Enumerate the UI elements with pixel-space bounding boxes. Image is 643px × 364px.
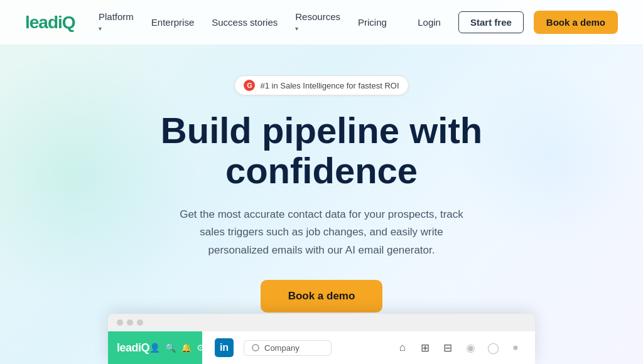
- nav-right: Login Start free Book a demo: [410, 11, 618, 34]
- input-circle-icon: [252, 344, 259, 351]
- company-input-placeholder: Company: [264, 343, 300, 353]
- search-icon: 🔍: [165, 343, 176, 353]
- nav-book-demo-button[interactable]: Book a demo: [534, 11, 618, 34]
- hero-subtitle: Get the most accurate contact data for y…: [177, 206, 466, 260]
- bell-icon: 🔔: [181, 343, 192, 353]
- browser-dot-2: [127, 319, 133, 326]
- navbar: leadiQ Platform Enterprise Success stori…: [0, 0, 643, 45]
- browser-nav-icons: [396, 341, 522, 355]
- hero-badge: G #1 in Sales Intelligence for fastest R…: [234, 75, 408, 95]
- bag-nav-icon[interactable]: [441, 341, 455, 355]
- grid-nav-icon[interactable]: [418, 341, 432, 355]
- home-nav-icon[interactable]: [396, 341, 409, 355]
- user-icon: 👤: [149, 343, 160, 353]
- hero-book-demo-button[interactable]: Book a demo: [261, 280, 383, 313]
- company-input-field[interactable]: Company: [244, 340, 332, 356]
- browser-dot-3: [137, 319, 143, 326]
- browser-main-area: in Company: [202, 338, 535, 357]
- hero-section: G #1 in Sales Intelligence for fastest R…: [0, 45, 643, 333]
- chat-nav-icon[interactable]: [463, 341, 477, 355]
- nav-item-enterprise[interactable]: Enterprise: [151, 17, 194, 28]
- circle-nav-icon[interactable]: [509, 341, 522, 355]
- nav-item-success[interactable]: Success stories: [212, 17, 278, 28]
- nav-item-resources[interactable]: Resources: [295, 11, 340, 33]
- sidebar-icon-row: 👤 🔍 🔔 ⚙: [149, 343, 205, 353]
- browser-sidebar: leadiQ 👤 🔍 🔔 ⚙: [108, 331, 202, 364]
- logo[interactable]: leadiQ: [25, 13, 75, 33]
- browser-bar: [108, 314, 535, 331]
- hero-title: Build pipeline with confidence: [161, 110, 482, 191]
- hero-badge-text: #1 in Sales Intelligence for fastest ROI: [260, 81, 399, 90]
- browser-sidebar-logo: leadiQ: [117, 341, 149, 355]
- user-nav-icon[interactable]: [486, 341, 500, 355]
- browser-dot-1: [117, 319, 123, 326]
- browser-content: leadiQ 👤 🔍 🔔 ⚙ in Company: [108, 331, 535, 364]
- start-free-button[interactable]: Start free: [458, 11, 524, 33]
- nav-item-pricing[interactable]: Pricing: [358, 17, 387, 28]
- login-button[interactable]: Login: [410, 12, 448, 33]
- browser-mockup: leadiQ 👤 🔍 🔔 ⚙ in Company: [108, 314, 535, 364]
- linkedin-icon: in: [215, 338, 234, 357]
- nav-item-platform[interactable]: Platform: [99, 11, 134, 33]
- g-logo-icon: G: [244, 80, 255, 91]
- nav-links: Platform Enterprise Success stories Reso…: [99, 11, 387, 33]
